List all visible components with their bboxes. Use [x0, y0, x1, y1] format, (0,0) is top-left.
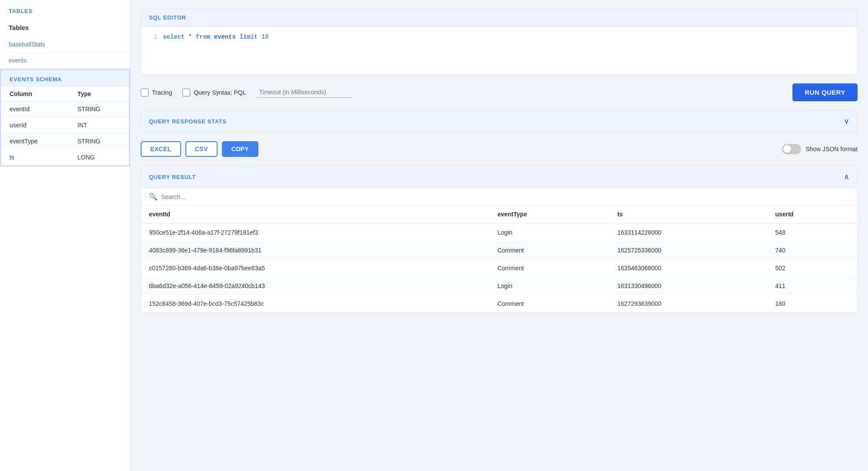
events-schema-section: EVENTS SCHEMA Column Type eventId STRING…	[0, 69, 130, 166]
schema-col-type: LONG	[69, 149, 129, 166]
search-row: 🔍	[141, 188, 857, 206]
table-row: c0157280-b369-4da6-b38e-0ba97bee83a5Comm…	[141, 259, 857, 277]
schema-col-type: STRING	[69, 133, 129, 149]
schema-type-header: Type	[69, 87, 129, 101]
cell-userid: 740	[767, 242, 857, 259]
cell-ts: 1635463068000	[610, 259, 768, 277]
cell-userid: 502	[767, 259, 857, 277]
sql-editor-card: SQL EDITOR 1 select * from events limit …	[141, 9, 858, 75]
query-result-card: QUERY RESULT ∧ 🔍 eventIdeventTypetsuserI…	[141, 166, 858, 313]
copy-button[interactable]: COPY	[222, 141, 258, 157]
schema-row: eventId STRING	[1, 101, 129, 117]
events-link[interactable]: events	[0, 53, 130, 69]
schema-section-title: EVENTS SCHEMA	[1, 70, 129, 87]
cell-eventtype: Login	[490, 277, 610, 295]
stats-title: QUERY RESPONSE STATS	[149, 118, 227, 125]
stats-header[interactable]: QUERY RESPONSE STATS ∨	[141, 110, 857, 132]
table-row: 152c8458-369d-407e-bcd3-75c57425b83cComm…	[141, 295, 857, 313]
tables-section-title: TABLES	[0, 0, 130, 19]
tracing-checkbox-label[interactable]: Tracing	[141, 89, 172, 96]
cell-eventtype: Comment	[490, 242, 610, 259]
schema-table: Column Type eventId STRING userId INT ev…	[1, 87, 129, 166]
cell-ts: 1627293639000	[610, 295, 768, 313]
tracing-checkbox[interactable]	[141, 89, 149, 96]
json-toggle[interactable]	[782, 144, 801, 154]
cell-eventtype: Comment	[490, 295, 610, 313]
table-row: 950ce51e-2f14-406a-a17f-27279f181ef3Logi…	[141, 223, 857, 242]
cell-ts: 1625725336000	[610, 242, 768, 259]
schema-row: userId INT	[1, 117, 129, 133]
chevron-up-icon: ∧	[844, 172, 849, 182]
schema-col-name: eventId	[1, 101, 69, 117]
run-query-button[interactable]: RUN QUERY	[792, 83, 858, 101]
cell-eventid: 6ba6d32e-a056-414e-8459-02a9240cb143	[141, 277, 490, 295]
query-response-stats-card: QUERY RESPONSE STATS ∨	[141, 110, 858, 133]
controls-row: Tracing Query Syntax: PQL RUN QUERY	[141, 82, 858, 103]
query-syntax-checkbox-label[interactable]: Query Syntax: PQL	[182, 89, 246, 96]
main-content: SQL EDITOR 1 select * from events limit …	[130, 0, 868, 471]
cell-ts: 1633114228000	[610, 223, 768, 242]
chevron-down-icon: ∨	[844, 116, 849, 126]
sql-editor-title: SQL EDITOR	[149, 14, 186, 21]
result-title: QUERY RESULT	[149, 174, 196, 180]
cell-eventtype: Login	[490, 223, 610, 242]
sql-editor-body: 1 select * from events limit 10	[141, 27, 857, 74]
tables-header: TABLES Tables baseballStats events	[0, 0, 130, 69]
json-toggle-label: Show JSON format	[805, 146, 858, 153]
schema-col-name: ts	[1, 149, 69, 166]
timeout-input[interactable]	[257, 87, 352, 98]
cell-eventtype: Comment	[490, 259, 610, 277]
toggle-track[interactable]	[782, 144, 801, 154]
table-row: 6ba6d32e-a056-414e-8459-02a9240cb143Logi…	[141, 277, 857, 295]
table-row: 4083c899-36e1-479e-9184-f96fa8991b31Comm…	[141, 242, 857, 259]
cell-eventid: 152c8458-369d-407e-bcd3-75c57425b83c	[141, 295, 490, 313]
export-row: EXCEL CSV COPY Show JSON format	[141, 139, 858, 159]
result-header[interactable]: QUERY RESULT ∧	[141, 166, 857, 188]
sql-code[interactable]: select * from events limit 10	[163, 33, 849, 67]
line-numbers: 1	[149, 33, 158, 67]
baseballstats-link[interactable]: baseballStats	[0, 36, 130, 53]
cell-ts: 1631330496000	[610, 277, 768, 295]
cell-userid: 411	[767, 277, 857, 295]
schema-col-type: INT	[69, 117, 129, 133]
col-header-eventid: eventId	[141, 206, 490, 223]
tracing-label: Tracing	[152, 89, 172, 96]
col-header-userid: userId	[767, 206, 857, 223]
schema-col-header: Column	[1, 87, 69, 101]
cell-eventid: 950ce51e-2f14-406a-a17f-27279f181ef3	[141, 223, 490, 242]
search-input[interactable]	[161, 193, 849, 200]
schema-row: ts LONG	[1, 149, 129, 166]
json-toggle-row: Show JSON format	[782, 144, 858, 154]
col-header-eventtype: eventType	[490, 206, 610, 223]
schema-col-name: eventType	[1, 133, 69, 149]
cell-eventid: 4083c899-36e1-479e-9184-f96fa8991b31	[141, 242, 490, 259]
sql-editor-header: SQL EDITOR	[141, 9, 857, 27]
cell-eventid: c0157280-b369-4da6-b38e-0ba97bee83a5	[141, 259, 490, 277]
schema-col-type: STRING	[69, 101, 129, 117]
cell-userid: 548	[767, 223, 857, 242]
tables-label: Tables	[0, 19, 130, 36]
cell-userid: 180	[767, 295, 857, 313]
search-icon: 🔍	[149, 192, 158, 201]
schema-row: eventType STRING	[1, 133, 129, 149]
result-table: eventIdeventTypetsuserId 950ce51e-2f14-4…	[141, 206, 857, 313]
col-header-ts: ts	[610, 206, 768, 223]
excel-button[interactable]: EXCEL	[141, 141, 181, 157]
csv-button[interactable]: CSV	[185, 141, 218, 157]
sidebar: TABLES Tables baseballStats events EVENT…	[0, 0, 130, 471]
schema-col-name: userId	[1, 117, 69, 133]
query-syntax-label: Query Syntax: PQL	[194, 89, 246, 96]
query-syntax-checkbox[interactable]	[182, 89, 190, 96]
